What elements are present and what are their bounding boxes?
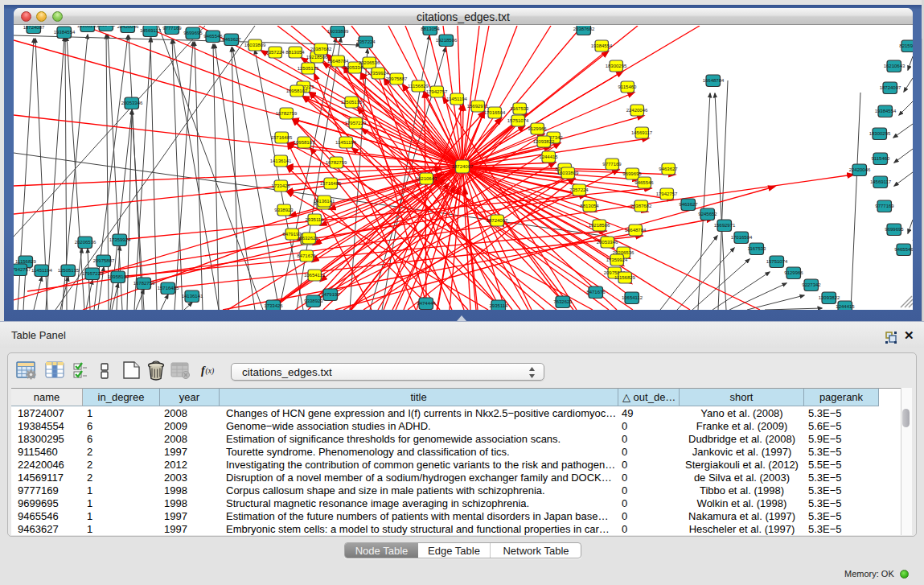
svg-text:16782759: 16782759 [326,160,347,165]
svg-text:7357224: 7357224 [265,50,285,55]
svg-text:18300295: 18300295 [606,64,627,68]
svg-text:10958107: 10958107 [108,274,129,279]
svg-text:10958107: 10958107 [286,89,308,93]
svg-text:14569117: 14569117 [870,179,892,184]
svg-text:20387682: 20387682 [573,27,595,31]
svg-text:17016504: 17016504 [484,110,506,115]
svg-text:10958107: 10958107 [294,140,315,145]
svg-text:16033809: 16033809 [327,29,349,34]
svg-text:9227342: 9227342 [802,282,821,287]
svg-text:9245652: 9245652 [698,212,717,216]
svg-text:20206536: 20206536 [75,240,97,245]
svg-text:12505135: 12505135 [341,100,363,105]
svg-text:14569117: 14569117 [140,28,162,33]
svg-text:20387682: 20387682 [310,47,332,51]
svg-text:19218506: 19218506 [589,223,610,228]
svg-text:2935114: 2935114 [490,303,509,308]
svg-text:1167533: 1167533 [748,246,767,251]
svg-text:7357224: 7357224 [569,187,589,192]
svg-text:7632621: 7632621 [299,236,318,241]
svg-text:16782759: 16782759 [276,111,298,116]
svg-text:19384554: 19384554 [875,109,897,113]
svg-text:14136141: 14136141 [182,294,203,299]
svg-text:9463627: 9463627 [222,37,241,42]
svg-text:8471676: 8471676 [297,253,316,258]
svg-text:19218506: 19218506 [436,38,458,43]
svg-text:17957223: 17957223 [82,271,104,276]
svg-text:9465546: 9465546 [203,34,223,39]
svg-text:15692971: 15692971 [467,104,489,109]
svg-text:9777169: 9777169 [875,204,894,208]
svg-text:9699695: 9699695 [622,171,642,176]
svg-text:18724007: 18724007 [487,218,508,223]
svg-text:16648784: 16648784 [625,228,647,233]
svg-text:9777169: 9777169 [602,162,622,167]
svg-text:16210643: 16210643 [884,64,906,68]
svg-text:17016504: 17016504 [731,235,753,240]
svg-text:18300295: 18300295 [77,26,99,28]
svg-text:12505135: 12505135 [298,66,319,71]
svg-text:1733426: 1733426 [264,303,283,308]
svg-text:9465546: 9465546 [894,247,913,252]
svg-text:22420046: 22420046 [626,108,648,113]
svg-text:2935114: 2935114 [306,217,325,222]
svg-text:17942757: 17942757 [14,267,31,272]
svg-text:19384554: 19384554 [591,43,613,48]
svg-text:9777169: 9777169 [162,26,182,31]
svg-text:18724007: 18724007 [452,164,474,169]
svg-text:16033809: 16033809 [244,43,266,47]
svg-text:14136141: 14136141 [270,159,292,163]
svg-text:16033809: 16033809 [557,171,579,175]
svg-text:17942757: 17942757 [656,192,678,196]
svg-text:17942757: 17942757 [426,89,448,94]
svg-text:7357224: 7357224 [356,39,376,44]
svg-text:15716485: 15716485 [320,181,342,186]
svg-text:1244415: 1244415 [836,304,855,309]
svg-text:9115460: 9115460 [618,84,638,89]
svg-text:6479197: 6479197 [321,292,340,297]
svg-text:17359924: 17359924 [606,257,628,262]
svg-text:15692971: 15692971 [714,223,736,228]
svg-text:15751074: 15751074 [507,118,529,123]
svg-text:12505135: 12505135 [58,268,80,273]
svg-text:1244415: 1244415 [539,154,558,159]
svg-text:18724007: 18724007 [23,26,45,30]
svg-text:18724007: 18724007 [880,85,901,90]
svg-text:1733426: 1733426 [271,183,290,188]
svg-text:17359924: 17359924 [368,71,389,76]
svg-text:8471676: 8471676 [586,290,606,295]
svg-text:15751074: 15751074 [766,259,788,264]
svg-text:20975887: 20975887 [386,76,408,81]
svg-text:11451194: 11451194 [335,140,356,145]
svg-text:9129966: 9129966 [528,126,547,131]
svg-text:8813054: 8813054 [580,204,599,208]
svg-text:12093822: 12093822 [533,139,555,144]
svg-text:7632621: 7632621 [553,299,573,304]
svg-text:9338923: 9338923 [274,208,294,212]
svg-text:20387682: 20387682 [630,204,652,208]
svg-text:20975887: 20975887 [93,258,115,263]
svg-text:15716485: 15716485 [271,135,293,140]
svg-text:11451194: 11451194 [446,97,467,101]
svg-text:17359924: 17359924 [109,237,131,242]
svg-text:8215955: 8215955 [899,43,913,48]
svg-text:19384554: 19384554 [54,30,76,35]
svg-text:22420046: 22420046 [117,26,139,29]
svg-text:9465546: 9465546 [634,180,654,185]
svg-text:10654112: 10654112 [622,295,643,300]
svg-text:16210643: 16210643 [416,176,437,181]
svg-text:20206536: 20206536 [359,60,380,65]
svg-text:9115460: 9115460 [97,26,117,27]
svg-text:9338923: 9338923 [304,299,323,303]
svg-text:9699695: 9699695 [183,31,203,35]
svg-text:1167533: 1167533 [511,106,530,111]
svg-text:15716485: 15716485 [158,286,179,290]
svg-text:18300295: 18300295 [869,131,891,136]
svg-text:16648784: 16648784 [703,78,725,83]
svg-text:11156829: 11156829 [408,84,429,89]
svg-text:9474444: 9474444 [417,301,436,306]
svg-text:8813054: 8813054 [285,50,305,55]
svg-text:16648784: 16648784 [327,59,349,64]
svg-text:19218506: 19218506 [306,55,328,60]
svg-text:10654112: 10654112 [304,273,326,278]
